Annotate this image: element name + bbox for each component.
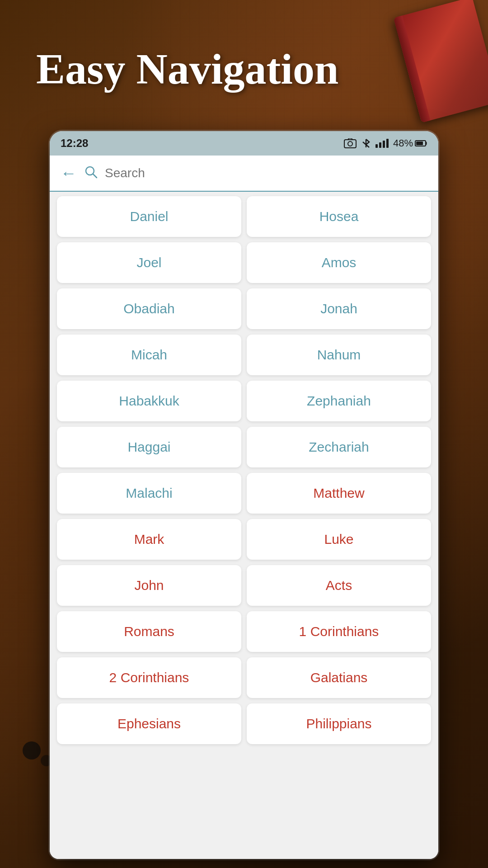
book-item[interactable]: Haggai bbox=[57, 427, 241, 467]
photo-icon bbox=[344, 138, 357, 148]
book-item[interactable]: John bbox=[57, 565, 241, 606]
book-item[interactable]: 2 Corinthians bbox=[57, 657, 241, 698]
book-item[interactable]: Habakkuk bbox=[57, 381, 241, 421]
search-icon bbox=[84, 165, 98, 182]
back-button[interactable]: ← bbox=[61, 164, 77, 183]
book-item[interactable]: Philippians bbox=[247, 703, 431, 744]
book-item[interactable]: Amos bbox=[247, 242, 431, 283]
book-item[interactable]: Romans bbox=[57, 611, 241, 652]
status-icons: 48% bbox=[344, 137, 427, 149]
signal-bars bbox=[375, 139, 389, 148]
book-item[interactable]: Joel bbox=[57, 242, 241, 283]
book-item[interactable]: Obadiah bbox=[57, 288, 241, 329]
svg-line-5 bbox=[93, 174, 97, 178]
book-item[interactable]: 1 Corinthians bbox=[247, 611, 431, 652]
svg-rect-3 bbox=[416, 142, 423, 145]
book-item[interactable]: Zephaniah bbox=[247, 381, 431, 421]
book-item[interactable]: Daniel bbox=[57, 196, 241, 237]
search-bar: ← bbox=[50, 156, 438, 192]
books-grid: DanielHoseaJoelAmosObadiahJonahMicahNahu… bbox=[57, 196, 431, 744]
book-item[interactable]: Ephesians bbox=[57, 703, 241, 744]
book-item[interactable]: Matthew bbox=[247, 473, 431, 514]
status-bar: 12:28 48% bbox=[50, 131, 438, 156]
book-item[interactable]: Zechariah bbox=[247, 427, 431, 467]
battery-icon: 48% bbox=[393, 137, 427, 149]
phone-mockup: 12:28 48% bbox=[50, 131, 438, 859]
status-time: 12:28 bbox=[61, 137, 88, 150]
book-item[interactable]: Galatians bbox=[247, 657, 431, 698]
svg-point-1 bbox=[348, 142, 352, 146]
book-item[interactable]: Nahum bbox=[247, 335, 431, 375]
book-item[interactable]: Hosea bbox=[247, 196, 431, 237]
book-item[interactable]: Malachi bbox=[57, 473, 241, 514]
search-input[interactable] bbox=[105, 166, 427, 180]
book-item[interactable]: Micah bbox=[57, 335, 241, 375]
battery-percent: 48% bbox=[393, 137, 413, 149]
books-list[interactable]: DanielHoseaJoelAmosObadiahJonahMicahNahu… bbox=[50, 192, 438, 859]
svg-rect-0 bbox=[344, 140, 356, 148]
book-item[interactable]: Jonah bbox=[247, 288, 431, 329]
page-title: Easy Navigation bbox=[36, 45, 452, 93]
bluetooth-icon bbox=[361, 138, 371, 148]
book-item[interactable]: Mark bbox=[57, 519, 241, 560]
book-item[interactable]: Luke bbox=[247, 519, 431, 560]
book-item[interactable]: Acts bbox=[247, 565, 431, 606]
